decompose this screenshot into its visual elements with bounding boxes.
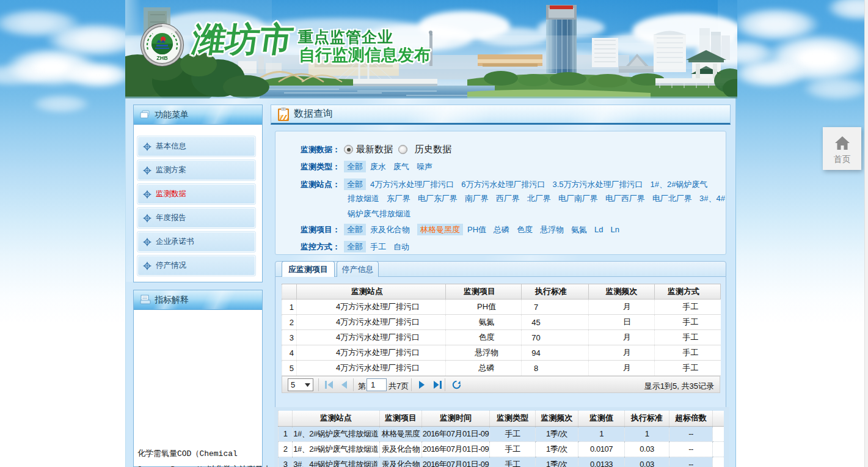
svg-text:ZHB: ZHB xyxy=(156,55,168,61)
